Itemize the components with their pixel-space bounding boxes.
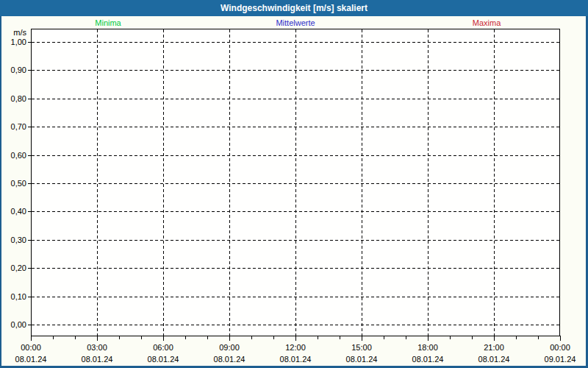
y-axis-unit-label: m/s (0, 28, 26, 37)
plot-area (31, 29, 560, 336)
title-bar: Windgeschwindigkeit [m/s] skaliert (0, 0, 588, 16)
chart-page: Windgeschwindigkeit [m/s] skaliert Minim… (0, 0, 588, 368)
page-title: Windgeschwindigkeit [m/s] skaliert (220, 3, 368, 13)
